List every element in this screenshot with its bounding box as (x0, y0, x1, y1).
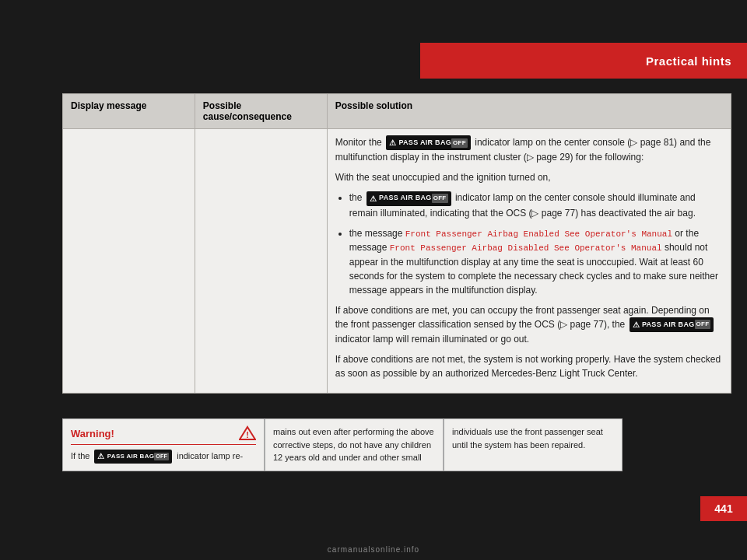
warning-body: If the ⚠ PASS AIR BAG OFF indicator lamp… (71, 450, 256, 464)
watermark: carmanualsonline.info (328, 545, 419, 554)
section-title: Practical hints (646, 54, 731, 68)
warning-header: Warning! ! (71, 425, 256, 445)
page-number-box: 441 (700, 496, 747, 521)
solution-para-3: If above conditions are met, you can occ… (335, 303, 723, 346)
airbag-badge-3: ⚠ PASS AIR BAG OFF (630, 317, 714, 332)
airbag-badge-1: ⚠ PASS AIR BAG OFF (386, 135, 471, 150)
warning-continuation-1: mains out even after performing the abov… (265, 418, 444, 471)
col-header-solution: Possible solution (327, 94, 731, 129)
col-header-display: Display message (63, 94, 195, 129)
section-banner: Practical hints (420, 43, 747, 79)
code-text-2: Front Passenger Airbag Disabled See Oper… (390, 243, 662, 253)
solution-para-4: If above conditions are not met, the sys… (335, 352, 723, 380)
warning-body-start: If the (71, 450, 89, 462)
warning-text-2: individuals use the front passenger seat… (452, 427, 603, 450)
solution-para-1: Monitor the ⚠ PASS AIR BAG OFF indicator… (335, 135, 723, 164)
solution-para-2: With the seat unoccupied and the ignitio… (335, 170, 723, 184)
svg-text:!: ! (246, 430, 249, 439)
main-content-table: Display message Possiblecause/consequenc… (62, 93, 731, 394)
warning-continuation-2: individuals use the front passenger seat… (444, 418, 622, 471)
bullet-item-1: the ⚠ PASS AIR BAG OFF indicator lamp on… (349, 191, 723, 219)
cell-solution: Monitor the ⚠ PASS AIR BAG OFF indicator… (327, 129, 731, 394)
warning-body-end: indicator lamp re- (177, 450, 243, 462)
solution-list: the ⚠ PASS AIR BAG OFF indicator lamp on… (349, 191, 723, 296)
cell-display (63, 129, 195, 394)
cell-cause (195, 129, 327, 394)
bullet-item-2: the message Front Passenger Airbag Enabl… (349, 226, 723, 297)
warning-text-1: mains out even after performing the abov… (273, 427, 434, 462)
data-table: Display message Possiblecause/consequenc… (62, 93, 731, 394)
airbag-badge-warning: ⚠ PASS AIR BAG OFF (94, 450, 172, 464)
table-row: Monitor the ⚠ PASS AIR BAG OFF indicator… (63, 129, 731, 394)
code-text-1: Front Passenger Airbag Enabled See Opera… (405, 229, 672, 239)
airbag-badge-2: ⚠ PASS AIR BAG OFF (366, 191, 451, 206)
warning-section: Warning! ! If the ⚠ PASS AIR BAG OFF ind… (62, 418, 731, 471)
col-header-cause: Possiblecause/consequence (195, 94, 327, 129)
warning-box: Warning! ! If the ⚠ PASS AIR BAG OFF ind… (62, 418, 265, 471)
warning-triangle-icon: ! (239, 425, 256, 441)
warning-label: Warning! (71, 428, 114, 439)
page-number: 441 (714, 502, 732, 515)
